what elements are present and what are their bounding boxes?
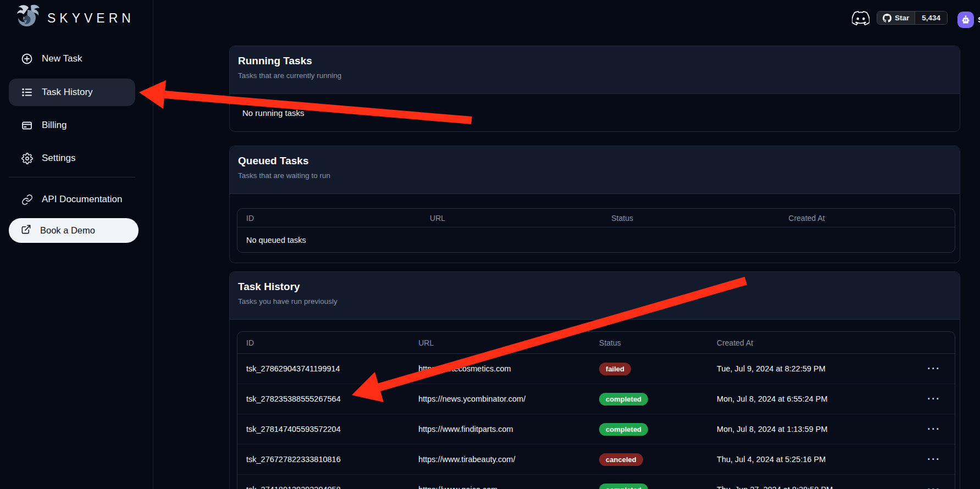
github-star-count[interactable]: 5,434 <box>915 12 947 24</box>
card-title: Running Tasks <box>238 55 960 67</box>
github-star-segment[interactable]: Star <box>877 12 915 24</box>
table-row[interactable]: tsk_278629043741199914 https://tartecosm… <box>237 354 955 384</box>
table-header-row: ID URL Status Created At <box>237 209 955 227</box>
card-title: Task History <box>238 281 960 293</box>
created-at-cell: Mon, Jul 8, 2024 at 1:13:59 PM <box>708 425 913 434</box>
table-row[interactable]: tsk_274180139292204058 https://www.geico… <box>237 475 955 489</box>
task-url-cell: https://www.finditparts.com <box>409 425 590 434</box>
table-row[interactable]: tsk_278147405593572204 https://www.findi… <box>237 414 955 444</box>
task-url-cell: https://www.tirabeauty.com/ <box>409 455 590 464</box>
sidebar-divider <box>9 177 135 177</box>
row-actions-button[interactable]: ··· <box>913 424 955 435</box>
skyvern-logo[interactable]: SKYVERN <box>14 3 135 33</box>
created-at-cell: Mon, Jul 8, 2024 at 6:55:24 PM <box>708 394 913 403</box>
queued-tasks-table: ID URL Status Created At No queued tasks <box>237 208 955 253</box>
skyvern-app: SKYVERN New Task Task History <box>0 0 980 489</box>
task-history-header: Task History Tasks you have run previous… <box>230 272 960 320</box>
sidebar-item-label: New Task <box>42 53 82 64</box>
ellipsis-icon: ··· <box>927 393 940 405</box>
github-octocat-icon <box>883 14 892 23</box>
row-actions-button[interactable]: ··· <box>913 484 955 489</box>
ellipsis-icon: ··· <box>927 454 940 465</box>
ellipsis-icon: ··· <box>927 484 940 489</box>
column-header-id: ID <box>237 214 421 223</box>
column-header-created-at: Created At <box>780 214 955 223</box>
status-cell: failed <box>590 363 708 375</box>
sidebar-item-task-history[interactable]: Task History <box>9 79 135 106</box>
sidebar-item-label: API Documentation <box>42 194 122 205</box>
created-at-cell: Tue, Jul 9, 2024 at 8:22:59 PM <box>708 364 913 373</box>
card-subtitle: Tasks that are currently running <box>238 71 960 80</box>
github-star-button[interactable]: Star 5,434 <box>877 11 948 25</box>
github-star-label: Star <box>895 14 909 22</box>
sidebar: SKYVERN New Task Task History <box>0 0 153 489</box>
created-at-cell: Thu, Jul 4, 2024 at 5:25:16 PM <box>708 455 913 464</box>
table-row[interactable]: tsk_278235388555267564 https://news.ycom… <box>237 384 955 414</box>
card-subtitle: Tasks that are waiting to run <box>238 171 960 180</box>
link-icon <box>21 193 33 205</box>
status-badge: failed <box>599 363 631 375</box>
status-cell: completed <box>590 484 708 489</box>
gear-icon <box>21 152 33 164</box>
task-history-card: Task History Tasks you have run previous… <box>229 271 960 489</box>
status-badge: completed <box>599 484 648 489</box>
brand-name: SKYVERN <box>47 11 135 26</box>
queued-tasks-card: Queued Tasks Tasks that are waiting to r… <box>229 146 960 263</box>
sidebar-item-label: Billing <box>42 120 67 131</box>
book-a-demo-label: Book a Demo <box>40 225 95 236</box>
plus-circle-icon <box>21 53 33 65</box>
table-header-row: ID URL Status Created At <box>237 332 955 354</box>
table-row[interactable]: tsk_276727822333810816 https://www.tirab… <box>237 444 955 475</box>
sidebar-item-label: Task History <box>42 87 93 98</box>
status-badge: completed <box>599 423 648 436</box>
task-id-cell: tsk_278629043741199914 <box>237 364 409 373</box>
task-id-cell: tsk_278235388555267564 <box>237 394 409 403</box>
column-header-status: Status <box>602 214 779 223</box>
task-history-table: ID URL Status Created At tsk_27862904374… <box>237 331 955 489</box>
task-url-cell: https://www.geico.com <box>409 485 590 489</box>
row-actions-button[interactable]: ··· <box>913 363 955 375</box>
created-at-cell: Thu, Jun 27, 2024 at 8:38:58 PM <box>708 485 913 489</box>
ellipsis-icon: ··· <box>927 363 940 375</box>
column-header-id: ID <box>237 338 409 347</box>
running-tasks-header: Running Tasks Tasks that are currently r… <box>230 46 960 94</box>
status-cell: completed <box>590 393 708 405</box>
task-id-cell: tsk_274180139292204058 <box>237 485 409 489</box>
running-tasks-empty-text: No running tasks <box>230 94 960 132</box>
sidebar-item-settings[interactable]: Settings <box>9 145 135 172</box>
card-subtitle: Tasks you have run previously <box>238 297 960 305</box>
status-badge: completed <box>599 393 648 405</box>
column-header-url: URL <box>409 338 590 347</box>
sidebar-item-label: Settings <box>42 153 75 164</box>
sidebar-item-billing[interactable]: Billing <box>9 112 135 139</box>
row-actions-button[interactable]: ··· <box>913 393 955 405</box>
column-header-url: URL <box>421 214 602 223</box>
queued-tasks-empty-text: No queued tasks <box>237 227 955 253</box>
task-id-cell: tsk_278147405593572204 <box>237 425 409 434</box>
status-badge: canceled <box>599 453 643 466</box>
card-title: Queued Tasks <box>238 155 960 167</box>
column-header-status: Status <box>590 338 708 347</box>
user-label: S <box>978 15 980 24</box>
dragon-logo-icon <box>14 3 41 33</box>
external-link-icon <box>21 224 31 237</box>
credit-card-icon <box>21 119 33 131</box>
user-avatar[interactable] <box>957 12 974 28</box>
list-icon <box>21 86 33 98</box>
queued-tasks-header: Queued Tasks Tasks that are waiting to r… <box>230 146 960 194</box>
task-url-cell: https://news.ycombinator.com/ <box>409 394 590 403</box>
robot-avatar-icon <box>961 15 971 25</box>
ellipsis-icon: ··· <box>927 424 940 435</box>
row-actions-button[interactable]: ··· <box>913 454 955 465</box>
status-cell: completed <box>590 423 708 436</box>
sidebar-item-new-task[interactable]: New Task <box>9 45 135 73</box>
task-id-cell: tsk_276727822333810816 <box>237 455 409 464</box>
status-cell: canceled <box>590 453 708 466</box>
book-a-demo-button[interactable]: Book a Demo <box>9 218 139 243</box>
sidebar-item-api-documentation[interactable]: API Documentation <box>9 186 135 213</box>
column-header-created-at: Created At <box>708 338 913 347</box>
task-history-rows: tsk_278629043741199914 https://tartecosm… <box>237 354 955 489</box>
discord-icon[interactable] <box>852 11 870 25</box>
running-tasks-card: Running Tasks Tasks that are currently r… <box>229 46 960 132</box>
task-url-cell: https://tartecosmetics.com <box>409 364 590 373</box>
